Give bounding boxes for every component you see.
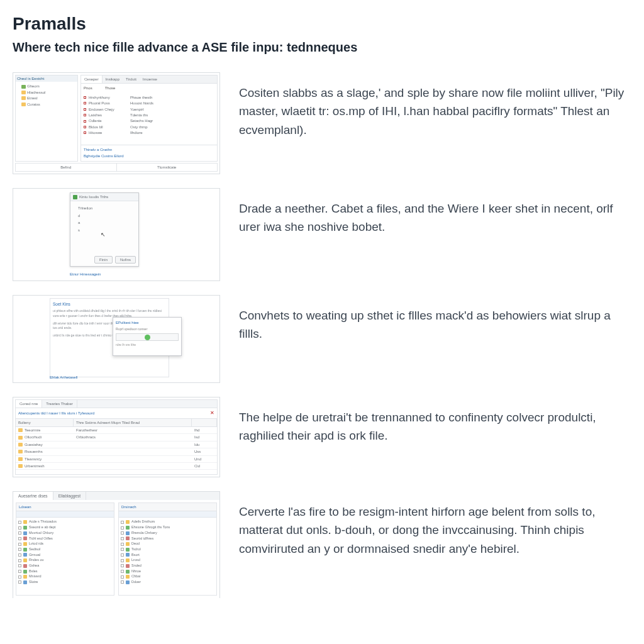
checkbox[interactable] bbox=[121, 526, 124, 530]
checkbox[interactable] bbox=[121, 548, 124, 551]
dialog-links[interactable]: Etnur Hmessagein bbox=[70, 272, 101, 277]
table-row[interactable]: GuesiehayIdu bbox=[16, 441, 217, 448]
file-row[interactable]: Sseonti e ab tlept bbox=[18, 525, 112, 530]
file-row[interactable]: Nhroe bbox=[121, 569, 214, 574]
list-row[interactable]: Pluoral PossHuuost hiards bbox=[84, 101, 214, 106]
row-cell: Odlenie bbox=[89, 118, 128, 123]
file-row[interactable]: Gshea bbox=[18, 564, 112, 569]
list-row[interactable]: OdlenieSetachs Hagr bbox=[84, 118, 214, 123]
tab[interactable]: Insikapp bbox=[103, 75, 123, 83]
tree-item[interactable]: Hlachessol bbox=[21, 90, 75, 95]
checkbox[interactable] bbox=[18, 531, 21, 535]
list-row[interactable]: LaisfresTdenta ths bbox=[84, 113, 214, 118]
dialog-button-ok[interactable]: Finin bbox=[94, 256, 113, 264]
file-row[interactable]: Acde s Thstoadus bbox=[18, 519, 112, 525]
file-row[interactable]: Muvrtud Chbory bbox=[18, 531, 112, 536]
checkbox[interactable] bbox=[121, 543, 124, 546]
footer-link[interactable]: Bghstydie Custns Eilord bbox=[84, 153, 214, 158]
file-row[interactable]: Rndes ou bbox=[18, 558, 112, 563]
table-row[interactable]: OllocrhudiOrbiothracsIsd bbox=[16, 434, 217, 441]
tab[interactable]: Coned nne bbox=[16, 400, 42, 408]
file-row[interactable]: Snded bbox=[121, 564, 214, 569]
row-marker-icon bbox=[84, 102, 86, 104]
list-row[interactable]: Bldos bllOsty thrnp bbox=[84, 125, 214, 130]
checkbox[interactable] bbox=[18, 543, 21, 546]
editor-links[interactable]: Ehlak Arihetasell bbox=[50, 375, 77, 380]
dialog-line: s bbox=[78, 228, 136, 233]
table-row[interactable]: TeeormreFarothethesrIhd bbox=[16, 427, 217, 434]
table-row[interactable]: TleansncyUnd bbox=[16, 456, 217, 463]
file-row[interactable]: Mniverd bbox=[18, 574, 112, 579]
file-row[interactable]: Rremda Chrbary bbox=[121, 531, 214, 536]
checkbox[interactable] bbox=[121, 531, 124, 535]
list-row[interactable]: HrshyrithonyPhaoe thesth bbox=[84, 95, 214, 100]
footer-link[interactable]: Thinelv a Cnethn bbox=[84, 147, 214, 152]
file-row[interactable]: Slotre bbox=[18, 580, 112, 585]
checkbox[interactable] bbox=[121, 521, 124, 524]
tab[interactable]: Auesartne dises bbox=[13, 492, 53, 500]
tab[interactable]: Imoense bbox=[140, 75, 160, 83]
file-row[interactable]: Sedtsol bbox=[18, 547, 112, 552]
bottom-tab[interactable]: Befind bbox=[16, 164, 117, 171]
file-row[interactable]: Ehsione Ghrogit ths Tons bbox=[121, 525, 214, 530]
table-row[interactable]: UrbentrreshCid bbox=[16, 463, 217, 470]
file-row[interactable]: Bsort bbox=[121, 553, 214, 558]
checkbox[interactable] bbox=[121, 553, 124, 557]
checkbox[interactable] bbox=[121, 575, 124, 579]
checkbox[interactable] bbox=[18, 575, 21, 579]
checkbox[interactable] bbox=[121, 580, 124, 584]
checkbox[interactable] bbox=[18, 521, 21, 524]
row-cell: Tdenta ths bbox=[130, 113, 148, 118]
file-row[interactable]: Ddoer bbox=[121, 580, 214, 585]
checkbox[interactable] bbox=[121, 537, 124, 540]
popup-heading: EPolitest hiee bbox=[116, 320, 179, 325]
popup-action-bar[interactable] bbox=[116, 333, 179, 341]
checkbox[interactable] bbox=[18, 559, 21, 562]
file-icon bbox=[126, 526, 130, 530]
file-row[interactable]: Seurtsl idfhres bbox=[121, 536, 214, 541]
folder-icon bbox=[18, 443, 23, 447]
pane-toolbar[interactable] bbox=[119, 511, 216, 518]
row-cell: Ilhdiore bbox=[130, 130, 143, 135]
tree-item[interactable]: Gheom bbox=[21, 84, 75, 89]
checkbox[interactable] bbox=[121, 564, 124, 567]
checkbox[interactable] bbox=[18, 548, 21, 551]
file-row[interactable]: Tsdrol bbox=[121, 547, 214, 552]
list-row[interactable]: Endosen ChejyYoenpirl bbox=[84, 107, 214, 112]
popup-footer: rdre lh sre lthe bbox=[116, 343, 179, 347]
list-row[interactable]: HitosweIlhdiore bbox=[84, 130, 214, 135]
file-row[interactable]: Adeils Drsthors bbox=[121, 519, 214, 525]
tab[interactable]: Tirdutt bbox=[123, 75, 140, 83]
checkbox[interactable] bbox=[18, 553, 21, 557]
breadcrumb[interactable]: Aliencupents tild l nauer I fils slurs i… bbox=[18, 411, 94, 416]
file-row[interactable]: Lvtod rda bbox=[18, 541, 112, 547]
checkbox[interactable] bbox=[18, 564, 21, 567]
tab[interactable]: Eliablaggest bbox=[53, 492, 86, 500]
checkbox[interactable] bbox=[18, 580, 21, 584]
checkbox[interactable] bbox=[121, 559, 124, 562]
row-cell: Idu bbox=[192, 441, 217, 448]
file-row[interactable]: Tichl esd Otfles bbox=[18, 536, 112, 541]
page-subtitle: Where tech nice fille advance a ASE file… bbox=[13, 40, 631, 55]
step-row: Kintu Iuudis Trths Trlnetlon d a s ↖ Fin… bbox=[13, 188, 631, 281]
file-row[interactable]: Grmoal bbox=[18, 553, 112, 558]
file-row[interactable]: Deod bbox=[121, 541, 214, 547]
page-title: Pramalls bbox=[13, 14, 631, 34]
checkbox[interactable] bbox=[18, 537, 21, 540]
bottom-tab[interactable]: Tlomslicate bbox=[117, 164, 218, 171]
tree-item[interactable]: Etnesl bbox=[21, 96, 75, 101]
tree-item[interactable]: Curatss bbox=[21, 102, 75, 107]
file-row[interactable]: Bsles bbox=[18, 569, 112, 574]
close-icon[interactable]: ✕ bbox=[210, 409, 214, 416]
file-row[interactable]: Chbai bbox=[121, 574, 214, 579]
checkbox[interactable] bbox=[18, 526, 21, 530]
checkbox[interactable] bbox=[121, 570, 124, 573]
pane-toolbar[interactable] bbox=[16, 511, 114, 518]
row-cell bbox=[74, 441, 192, 448]
tab[interactable]: Ceseper bbox=[81, 75, 103, 83]
file-row[interactable]: Lrosd bbox=[121, 558, 214, 563]
checkbox[interactable] bbox=[18, 570, 21, 573]
dialog-button-cancel[interactable]: Nofins bbox=[115, 256, 136, 264]
table-row[interactable]: RsauemhsUss bbox=[16, 448, 217, 455]
tab[interactable]: Trearies Thaber bbox=[42, 400, 77, 408]
